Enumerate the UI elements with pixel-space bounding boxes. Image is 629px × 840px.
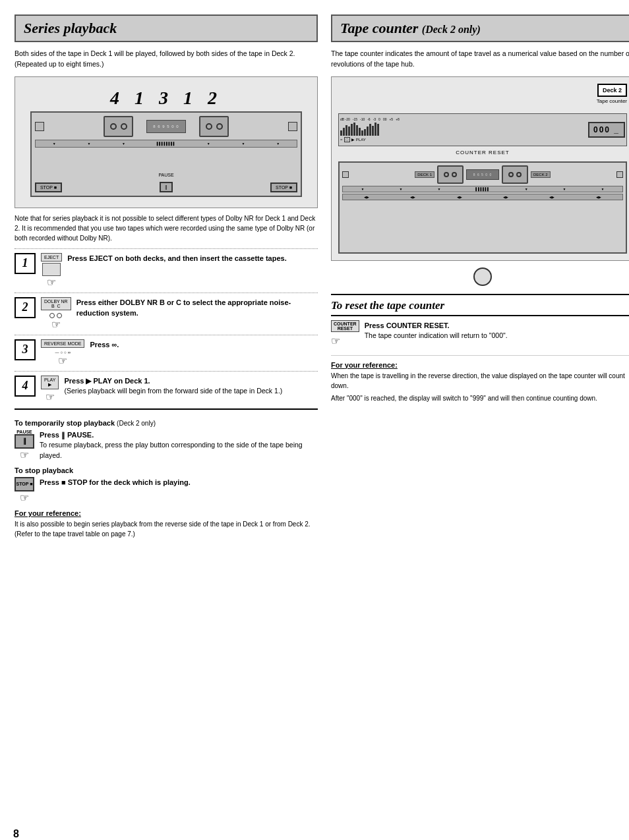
counter-reset-label: COUNTER RESET — [456, 150, 509, 155]
step-4: 4 PLAY▶ ☞ Press ▶ PLAY on Deck 1. (Serie… — [15, 371, 318, 403]
reset-step: COUNTERRESET ☞ Press COUNTER RESET. The … — [331, 320, 629, 347]
series-device-diagram: 4 1 3 1 2 8 6 9 5 0 0 — [15, 76, 318, 208]
step-3-text: Press ∞. — [90, 339, 119, 350]
deck-controls-row: ▼▼▼ ▌▌▌▌▌▌ ▼▼▼ — [342, 186, 623, 192]
reset-section-title: To reset the tape counter — [331, 299, 629, 316]
tape-counter-intro: The tape counter indicates the amount of… — [331, 49, 629, 70]
diagram-numbers: 4 1 3 1 2 — [110, 88, 222, 109]
deck-top-row: DECK 1 8 6 5 0 0 — [342, 165, 623, 184]
step-4-icon: PLAY▶ ☞ — [41, 376, 59, 403]
vu-bars — [340, 123, 583, 136]
counter-reset-icon-area: COUNTERRESET ☞ — [331, 320, 359, 347]
series-title: Series playback — [24, 20, 117, 36]
deck-diagram-right: DECK 1 8 6 5 0 0 — [338, 161, 627, 254]
play-icon-label: PLAY▶ — [41, 376, 59, 389]
right-column: Tape counter (Deck 2 only) The tape coun… — [331, 14, 629, 539]
page-number: 8 — [13, 828, 19, 840]
eject-icon-label: EJECT — [41, 253, 62, 262]
tape-counter-sublabel: Tape counter — [597, 98, 627, 104]
hand-icon-stop: ☞ — [20, 491, 29, 504]
step-2-text: Press either DOLBY NR B or C to select t… — [76, 297, 318, 320]
step-2-icon: DOLBY NRB C ☞ — [41, 297, 71, 331]
step-1-text: Press EJECT on both decks, and then inse… — [67, 253, 287, 264]
tape-counter-title: Tape counter (Deck 2 only) — [340, 20, 481, 36]
stop-text: Press ■ STOP for the deck which is playi… — [40, 477, 191, 488]
counter-display: 000 _ — [588, 122, 625, 138]
step-3-icon: REVERSE MODE —○○∞ ☞ — [41, 339, 84, 367]
tape-counter-diagram: Deck 2 Tape counter dB -20-15-10-6-3000+… — [331, 76, 629, 261]
temp-stop-text: Press ‖ PAUSE. To resume playback, press… — [40, 430, 318, 461]
right-reference-text1: When the tape is travelling in the rever… — [331, 371, 629, 391]
temp-stop-title: To temporarily stop playback (Deck 2 onl… — [15, 419, 318, 427]
step-2: 2 DOLBY NRB C ☞ Press either DOLBY NR B … — [15, 293, 318, 331]
hand-icon-3: ☞ — [58, 354, 67, 367]
deck2-label: Deck 2 — [597, 84, 627, 97]
stop-content: STOP ■ ☞ Press ■ STOP for the deck which… — [15, 477, 318, 504]
series-note: Note that for series playback it is not … — [15, 213, 318, 243]
step-2-number: 2 — [15, 297, 36, 318]
reset-text: Press COUNTER RESET. The tape counter in… — [365, 320, 508, 347]
hand-icon-reset: ☞ — [331, 335, 359, 347]
left-reference-text: It is also possible to begin series play… — [15, 519, 318, 539]
counter-reset-icon: COUNTERRESET — [331, 320, 359, 332]
stop-title: To stop playback — [15, 466, 318, 474]
step-4-number: 4 — [15, 376, 36, 397]
pause-button: ‖ — [160, 182, 173, 192]
left-column: Series playback Both sides of the tape i… — [15, 14, 318, 539]
dolby-nr-icon-label: DOLBY NRB C — [41, 297, 71, 310]
vu-meter-area: dB -20-15-10-6-3000+5+8 — [338, 113, 627, 146]
stop-button-right: STOP ■ — [270, 182, 297, 192]
reset-button-circle[interactable] — [473, 267, 492, 286]
hand-icon-pause: ☞ — [20, 449, 29, 461]
series-title-box: Series playback — [15, 14, 318, 42]
pause-label: PAUSE — [158, 173, 173, 177]
left-for-reference: For your reference: It is also possible … — [15, 509, 318, 539]
step-4-text: Press ▶ PLAY on Deck 1. (Series playback… — [64, 376, 282, 397]
step-1: 1 EJECT ☞ Press EJECT on both decks, and… — [15, 248, 318, 289]
right-reference-text2: After "000" is reached, the display will… — [331, 393, 629, 403]
left-reference-title: For your reference: — [15, 509, 318, 517]
hand-icon-1: ☞ — [47, 276, 56, 289]
step-1-number: 1 — [15, 253, 36, 274]
stop-button-left: STOP ■ — [35, 182, 62, 192]
right-reference-title: For your reference: — [331, 361, 629, 369]
hand-icon-4: ☞ — [45, 391, 55, 403]
stop-icon-area: STOP ■ ☞ — [15, 477, 34, 504]
step-3: 3 REVERSE MODE —○○∞ ☞ Press ∞. — [15, 335, 318, 367]
right-for-reference: For your reference: When the tape is tra… — [331, 355, 629, 403]
step-1-icon: EJECT ☞ — [41, 253, 62, 289]
counter-reset-label-area: COUNTER RESET — [456, 150, 509, 158]
hand-icon-2: ☞ — [51, 318, 61, 331]
vu-meter: dB -20-15-10-6-3000+5+8 — [340, 117, 583, 142]
reverse-mode-icon-label: REVERSE MODE — [41, 339, 84, 348]
stop-section: To stop playback STOP ■ ☞ Press ■ STOP f… — [15, 466, 318, 504]
reset-section: To reset the tape counter COUNTERRESET ☞… — [331, 294, 629, 347]
tape-counter-title-box: Tape counter (Deck 2 only) — [331, 14, 629, 42]
deck-slider-row: ◀▶◀▶◀▶◀▶◀▶◀▶ — [342, 194, 623, 200]
temp-stop-section: To temporarily stop playback (Deck 2 onl… — [15, 408, 318, 461]
series-intro: Both sides of the tape in Deck 1 will be… — [15, 49, 318, 70]
counter-reset-area — [331, 267, 629, 286]
step-3-number: 3 — [15, 339, 36, 360]
pause-icon-area: PAUSE ‖ ☞ — [15, 430, 34, 461]
temp-stop-content: PAUSE ‖ ☞ Press ‖ PAUSE. To resume playb… — [15, 430, 318, 461]
